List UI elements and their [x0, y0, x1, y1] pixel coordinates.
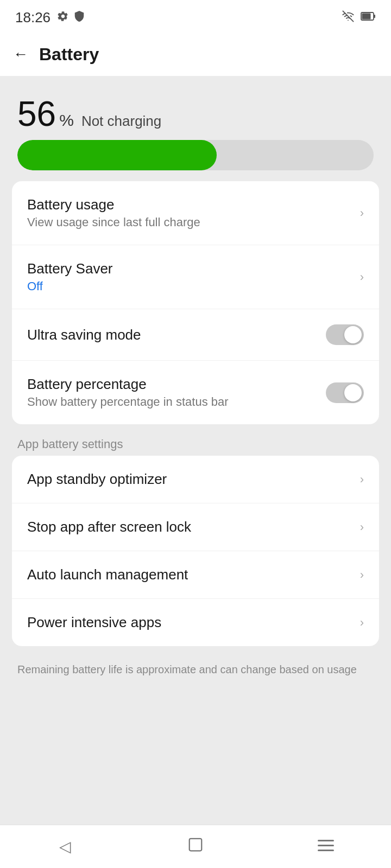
nav-bar: ◁	[0, 825, 391, 868]
app-battery-section: App battery settings App standby optimiz…	[12, 435, 379, 646]
battery-status-icon	[361, 11, 376, 24]
nav-back-icon: ◁	[59, 838, 71, 856]
svg-rect-5	[318, 840, 334, 841]
gear-icon	[57, 10, 69, 25]
svg-rect-4	[190, 839, 202, 851]
auto-launch-title: Auto launch management	[27, 566, 188, 583]
status-time: 18:26	[15, 9, 51, 26]
battery-saver-item[interactable]: Battery Saver Off ›	[12, 245, 379, 309]
ultra-saving-title: Ultra saving mode	[27, 327, 141, 343]
chevron-icon: ›	[360, 520, 364, 534]
battery-saver-title: Battery Saver	[27, 260, 113, 277]
stop-app-screen-lock-item[interactable]: Stop app after screen lock ›	[12, 503, 379, 551]
chevron-icon: ›	[360, 270, 364, 284]
svg-rect-6	[318, 845, 334, 846]
main-content: 56 % Not charging Battery usage View usa…	[0, 76, 391, 825]
chevron-icon: ›	[360, 568, 364, 582]
battery-percent-sign: %	[59, 111, 74, 130]
status-bar: 18:26	[0, 0, 391, 33]
status-left: 18:26	[15, 9, 85, 26]
nav-menu-icon	[318, 838, 334, 856]
app-standby-optimizer-item[interactable]: App standby optimizer ›	[12, 456, 379, 503]
chevron-icon: ›	[360, 473, 364, 487]
no-signal-icon	[341, 10, 355, 25]
chevron-icon: ›	[360, 616, 364, 630]
battery-percent-row: 56 % Not charging	[17, 97, 374, 131]
svg-rect-2	[374, 15, 375, 18]
app-standby-title: App standby optimizer	[27, 471, 167, 488]
chevron-icon: ›	[360, 206, 364, 220]
stop-app-title: Stop app after screen lock	[27, 519, 191, 535]
app-battery-section-label: App battery settings	[12, 435, 379, 456]
nav-home-button[interactable]	[174, 831, 217, 863]
settings-card: Battery usage View usage since last full…	[12, 181, 379, 424]
status-right	[341, 10, 376, 25]
app-battery-card: App standby optimizer › Stop app after s…	[12, 456, 379, 646]
battery-usage-subtitle: View usage since last full charge	[27, 215, 200, 229]
ultra-saving-mode-item[interactable]: Ultra saving mode	[12, 309, 379, 361]
battery-percentage-item[interactable]: Battery percentage Show battery percenta…	[12, 361, 379, 424]
battery-level-section: 56 % Not charging	[12, 91, 379, 170]
battery-usage-title: Battery usage	[27, 196, 200, 213]
status-icons	[57, 10, 85, 25]
header: ← Battery	[0, 33, 391, 76]
power-intensive-apps-item[interactable]: Power intensive apps ›	[12, 599, 379, 646]
page-title: Battery	[39, 44, 99, 65]
battery-percentage-title: Battery percentage	[27, 376, 229, 393]
auto-launch-management-item[interactable]: Auto launch management ›	[12, 551, 379, 599]
battery-saver-status: Off	[27, 279, 113, 293]
footer-note: Remaining battery life is approximate an…	[12, 657, 379, 678]
nav-back-button[interactable]: ◁	[43, 831, 87, 863]
battery-percentage-subtitle: Show battery percentage in status bar	[27, 395, 229, 409]
shield-icon	[73, 10, 85, 25]
battery-percent-number: 56	[17, 97, 56, 131]
battery-bar-container	[17, 140, 374, 170]
battery-status-text: Not charging	[81, 113, 161, 130]
battery-bar-fill	[17, 140, 217, 170]
power-intensive-title: Power intensive apps	[27, 614, 161, 631]
battery-usage-item[interactable]: Battery usage View usage since last full…	[12, 181, 379, 245]
nav-menu-button[interactable]	[304, 831, 348, 863]
ultra-saving-toggle[interactable]	[326, 324, 364, 345]
svg-rect-7	[318, 850, 334, 851]
toggle-knob	[344, 326, 362, 343]
battery-percentage-toggle[interactable]	[326, 382, 364, 403]
toggle-knob	[344, 384, 362, 401]
nav-home-icon	[187, 837, 204, 857]
svg-rect-3	[362, 13, 371, 19]
back-button[interactable]: ←	[13, 46, 28, 63]
